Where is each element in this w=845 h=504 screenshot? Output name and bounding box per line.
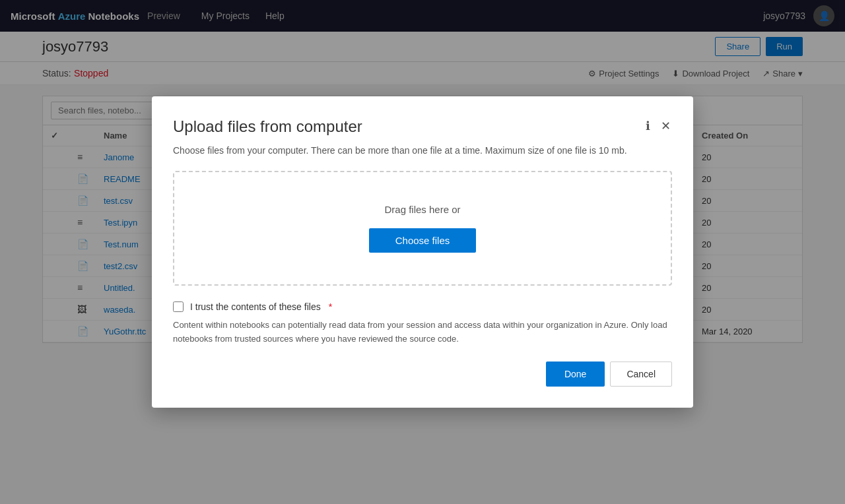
modal-header: Upload files from computer ℹ ✕	[173, 117, 672, 136]
modal-header-icons: ℹ ✕	[644, 117, 672, 135]
trust-label-text: I trust the contents of these files	[190, 301, 321, 312]
trust-checkbox[interactable]	[173, 301, 184, 312]
done-button[interactable]: Done	[546, 362, 605, 387]
modal-footer: Done Cancel	[173, 362, 672, 387]
trust-description: Content within notebooks can potentially…	[173, 319, 672, 346]
required-star: *	[329, 301, 332, 312]
cancel-button[interactable]: Cancel	[610, 362, 672, 387]
choose-files-button[interactable]: Choose files	[369, 228, 477, 253]
modal-title: Upload files from computer	[173, 117, 644, 136]
modal-close-button[interactable]: ✕	[659, 117, 672, 135]
modal-subtitle: Choose files from your computer. There c…	[173, 144, 672, 158]
trust-label[interactable]: I trust the contents of these files *	[173, 301, 672, 312]
drop-zone-text: Drag files here or	[187, 204, 658, 215]
upload-modal: Upload files from computer ℹ ✕ Choose fi…	[152, 96, 693, 408]
modal-info-button[interactable]: ℹ	[644, 117, 652, 135]
drop-zone[interactable]: Drag files here or Choose files	[173, 171, 672, 286]
overlay: Upload files from computer ℹ ✕ Choose fi…	[0, 0, 845, 504]
trust-section: I trust the contents of these files * Co…	[173, 301, 672, 346]
